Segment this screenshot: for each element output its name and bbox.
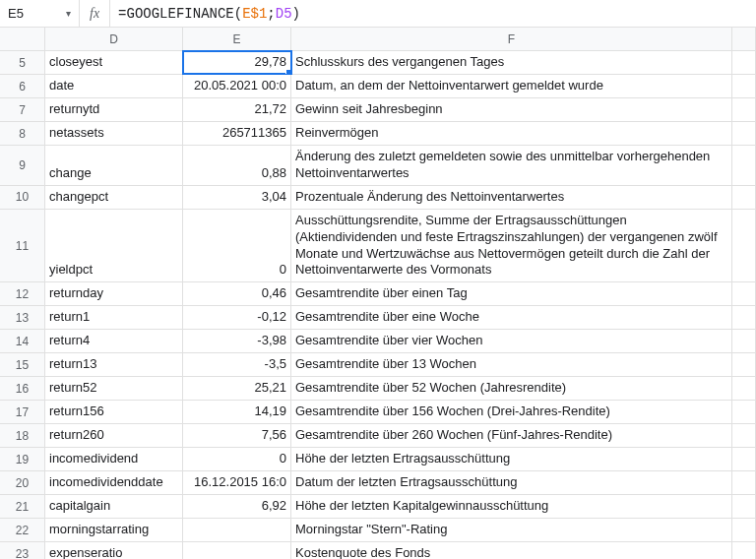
row-header[interactable]: 5 (0, 51, 45, 74)
name-box[interactable]: E5 ▾ (0, 6, 79, 21)
column-header-g[interactable] (732, 28, 756, 50)
cell[interactable] (732, 51, 756, 74)
cell[interactable]: Morningstar "Stern"-Rating (291, 519, 732, 541)
cell[interactable]: Datum der letzten Ertragsausschüttung (291, 471, 732, 494)
cell[interactable]: 3,04 (183, 186, 291, 209)
cell[interactable] (732, 519, 756, 541)
cell[interactable]: Prozentuale Änderung des Nettoinventarwe… (291, 186, 732, 209)
row-header[interactable]: 6 (0, 75, 45, 97)
cell[interactable]: Höhe der letzten Kapitalgewinnausschüttu… (291, 495, 732, 518)
cell[interactable]: 265711365 (183, 122, 291, 145)
row-header[interactable]: 9 (0, 146, 45, 185)
cell[interactable]: Ausschüttungsrendite, Summe der Ertragsa… (291, 210, 732, 282)
row-header[interactable]: 7 (0, 98, 45, 121)
row-header[interactable]: 12 (0, 282, 45, 305)
row-header[interactable]: 23 (0, 542, 45, 559)
cell[interactable] (183, 519, 291, 541)
cell[interactable]: 0 (183, 448, 291, 470)
row-header[interactable]: 10 (0, 186, 45, 209)
cell[interactable]: -3,98 (183, 330, 291, 352)
cell[interactable] (732, 401, 756, 423)
cell[interactable]: returnytd (45, 98, 183, 121)
cell[interactable]: 6,92 (183, 495, 291, 518)
cell[interactable] (732, 122, 756, 145)
row-header[interactable]: 8 (0, 122, 45, 145)
row-header[interactable]: 20 (0, 471, 45, 494)
cell[interactable]: return52 (45, 377, 183, 400)
cell[interactable] (732, 210, 756, 282)
column-header-d[interactable]: D (45, 28, 183, 50)
cell[interactable]: Höhe der letzten Ertragsausschüttung (291, 448, 732, 470)
cell[interactable]: return4 (45, 330, 183, 352)
cell[interactable] (732, 377, 756, 400)
cell[interactable]: incomedividenddate (45, 471, 183, 494)
cell[interactable]: Änderung des zuletzt gemeldeten sowie de… (291, 146, 732, 185)
row-header[interactable]: 14 (0, 330, 45, 352)
cell[interactable] (732, 282, 756, 305)
cell[interactable]: 0,88 (183, 146, 291, 185)
cell[interactable]: Schlusskurs des vergangenen Tages (291, 51, 732, 74)
cell[interactable]: Gesamtrendite über 260 Wochen (Fünf-Jahr… (291, 424, 732, 447)
cell[interactable] (732, 448, 756, 470)
cell[interactable]: Gesamtrendite über 52 Wochen (Jahresrend… (291, 377, 732, 400)
cell[interactable] (732, 424, 756, 447)
cell[interactable]: 0 (183, 210, 291, 282)
cell[interactable]: changepct (45, 186, 183, 209)
cell[interactable]: Reinvermögen (291, 122, 732, 145)
cell[interactable]: Gesamtrendite über einen Tag (291, 282, 732, 305)
cell[interactable]: 20.05.2021 00:0 (183, 75, 291, 97)
cell[interactable]: change (45, 146, 183, 185)
cell[interactable] (732, 146, 756, 185)
row-header[interactable]: 17 (0, 401, 45, 423)
cell[interactable] (732, 542, 756, 559)
cell[interactable]: 21,72 (183, 98, 291, 121)
cell[interactable] (732, 330, 756, 352)
cell[interactable] (732, 186, 756, 209)
row-header[interactable]: 11 (0, 210, 45, 282)
cell[interactable]: capitalgain (45, 495, 183, 518)
select-all-corner[interactable] (0, 28, 45, 50)
cell[interactable]: Gesamtrendite über vier Wochen (291, 330, 732, 352)
row-header[interactable]: 22 (0, 519, 45, 541)
cell[interactable]: Gesamtrendite über eine Woche (291, 306, 732, 329)
cell[interactable]: Gesamtrendite über 156 Wochen (Drei-Jahr… (291, 401, 732, 423)
cell[interactable]: netassets (45, 122, 183, 145)
cell[interactable]: -3,5 (183, 353, 291, 376)
cell[interactable]: 16.12.2015 16:0 (183, 471, 291, 494)
cell[interactable]: Datum, an dem der Nettoinventarwert geme… (291, 75, 732, 97)
cell[interactable]: expenseratio (45, 542, 183, 559)
cell[interactable] (732, 98, 756, 121)
column-header-e[interactable]: E (183, 28, 291, 50)
cell[interactable]: -0,12 (183, 306, 291, 329)
cell[interactable]: Kostenquote des Fonds (291, 542, 732, 559)
cell[interactable] (183, 542, 291, 559)
cell[interactable]: closeyest (45, 51, 183, 74)
column-header-f[interactable]: F (291, 28, 732, 50)
cell[interactable] (732, 495, 756, 518)
cell[interactable]: incomedividend (45, 448, 183, 470)
row-header[interactable]: 19 (0, 448, 45, 470)
cell[interactable] (732, 353, 756, 376)
cell[interactable]: yieldpct (45, 210, 183, 282)
formula-input[interactable]: =GOOGLEFINANCE(E$1;D5) (110, 6, 756, 22)
row-header[interactable]: 18 (0, 424, 45, 447)
row-header[interactable]: 21 (0, 495, 45, 518)
cell[interactable] (732, 75, 756, 97)
row-header[interactable]: 15 (0, 353, 45, 376)
cell[interactable]: date (45, 75, 183, 97)
cell[interactable]: return260 (45, 424, 183, 447)
cell[interactable]: 0,46 (183, 282, 291, 305)
cell[interactable]: return156 (45, 401, 183, 423)
row-header[interactable]: 13 (0, 306, 45, 329)
cell[interactable]: Gesamtrendite über 13 Wochen (291, 353, 732, 376)
cell[interactable] (732, 306, 756, 329)
row-header[interactable]: 16 (0, 377, 45, 400)
active-cell[interactable]: 29,78 (183, 51, 291, 74)
cell[interactable]: return1 (45, 306, 183, 329)
cell[interactable]: Gewinn seit Jahresbeginn (291, 98, 732, 121)
cell[interactable]: return13 (45, 353, 183, 376)
cell[interactable]: returnday (45, 282, 183, 305)
cell[interactable]: 25,21 (183, 377, 291, 400)
cell[interactable]: morningstarrating (45, 519, 183, 541)
cell[interactable]: 7,56 (183, 424, 291, 447)
